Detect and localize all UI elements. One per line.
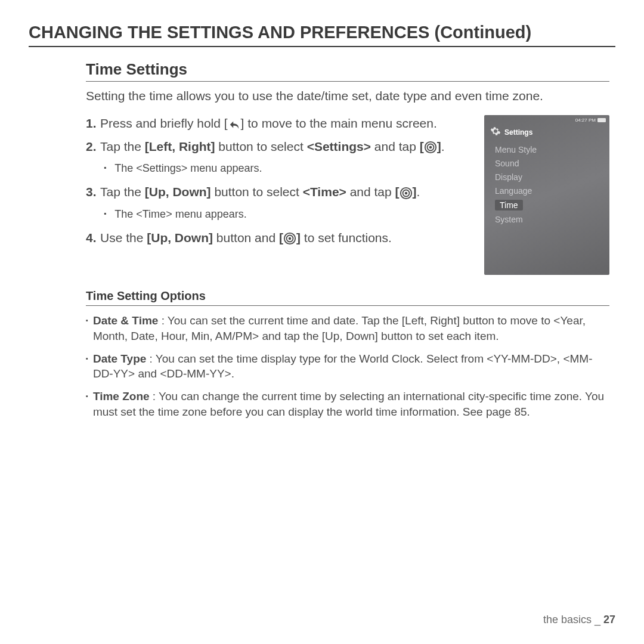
step-text: to set functions. <box>301 231 392 244</box>
gear-icon <box>490 126 501 138</box>
step-bold: [ <box>279 231 283 244</box>
step-text: and tap <box>346 185 395 199</box>
device-screenshot: 04:27 PM Settings Menu StyleSoundDisplay… <box>484 115 609 275</box>
step-bold: [Up, Down] <box>145 185 211 199</box>
step-text: . <box>441 140 445 153</box>
battery-icon <box>597 118 606 122</box>
step-bold: ] <box>296 231 301 244</box>
device-time: 04:27 PM <box>575 117 596 123</box>
select-icon <box>424 141 437 154</box>
page-number: 27 <box>603 614 615 626</box>
step-text: button to select <box>215 140 307 153</box>
step-4: 4. Use the [Up, Down] button and [] to s… <box>86 230 473 246</box>
intro-text: Setting the time allows you to use the d… <box>86 88 609 104</box>
steps-list: 1. Press and briefly hold [] to move to … <box>86 115 473 252</box>
step-number: 2. <box>86 138 100 155</box>
device-header: Settings <box>490 126 532 138</box>
step-bold: [ <box>395 185 400 199</box>
device-title: Settings <box>504 128 532 137</box>
option-item: Date Type : You can set the time display… <box>86 351 609 382</box>
svg-point-8 <box>289 237 292 240</box>
svg-point-5 <box>404 191 407 194</box>
device-menu-item: Menu Style <box>495 145 537 154</box>
device-menu-item: Sound <box>495 159 537 168</box>
device-menu: Menu StyleSoundDisplayLanguageTimeSystem <box>495 145 537 224</box>
step-sub-text: The <Settings> menu appears. <box>114 161 262 175</box>
step-2: 2. Tap the [Left, Right] button to selec… <box>86 138 473 155</box>
option-label: Date & Time <box>93 314 158 327</box>
step-bold: <Settings> <box>307 140 371 153</box>
step-text: and tap <box>371 140 420 153</box>
step-sub: The <Time> menu appears. <box>104 207 473 221</box>
step-text: Tap the <box>100 185 145 199</box>
option-text: : You can set the time display type for … <box>93 352 593 380</box>
options-list: Date & Time : You can set the current ti… <box>86 313 609 419</box>
step-bold: [Up, Down] <box>147 231 213 244</box>
step-bold: ] <box>413 185 417 199</box>
device-menu-item: Time <box>495 200 523 210</box>
step-text: button and <box>213 231 279 244</box>
page-footer: the basics _ 27 <box>543 614 615 626</box>
step-sub: The <Settings> menu appears. <box>104 161 473 175</box>
device-status-bar: 04:27 PM <box>575 117 606 123</box>
footer-section: the basics _ <box>543 614 600 626</box>
step-bold: ] <box>437 140 441 153</box>
step-1: 1. Press and briefly hold [] to move to … <box>86 115 473 132</box>
option-item: Date & Time : You can set the current ti… <box>86 313 609 343</box>
step-text: Tap the <box>100 140 145 153</box>
page-title: CHANGING THE SETTINGS AND PREFERENCES (C… <box>29 23 615 47</box>
step-text: . <box>417 185 420 199</box>
step-number: 1. <box>86 115 100 132</box>
select-icon <box>283 232 296 245</box>
step-number: 4. <box>86 230 100 246</box>
svg-point-2 <box>429 146 432 149</box>
step-text: ] to move to the main menu screen. <box>241 116 437 130</box>
option-text: : You can set the current time and date.… <box>93 314 586 342</box>
device-menu-item: System <box>495 215 537 224</box>
option-label: Time Zone <box>93 390 150 402</box>
section-heading: Time Settings <box>86 60 609 82</box>
step-text: Use the <box>100 231 147 244</box>
step-bold: [ <box>420 140 424 153</box>
select-icon <box>400 187 413 200</box>
step-text: button to select <box>211 185 303 199</box>
option-item: Time Zone : You can change the current t… <box>86 389 609 419</box>
step-number: 3. <box>86 184 100 200</box>
back-icon <box>228 119 241 130</box>
option-label: Date Type <box>93 352 146 365</box>
step-3: 3. Tap the [Up, Down] button to select <… <box>86 184 473 200</box>
step-sub-text: The <Time> menu appears. <box>114 207 246 221</box>
device-menu-item: Language <box>495 186 537 196</box>
device-menu-item: Display <box>495 172 537 182</box>
step-bold: [Left, Right] <box>145 140 215 153</box>
step-text: Press and briefly hold [ <box>100 116 228 130</box>
sub-heading: Time Setting Options <box>86 289 609 306</box>
step-bold: <Time> <box>303 185 346 199</box>
option-text: : You can change the current time by sel… <box>93 390 604 418</box>
